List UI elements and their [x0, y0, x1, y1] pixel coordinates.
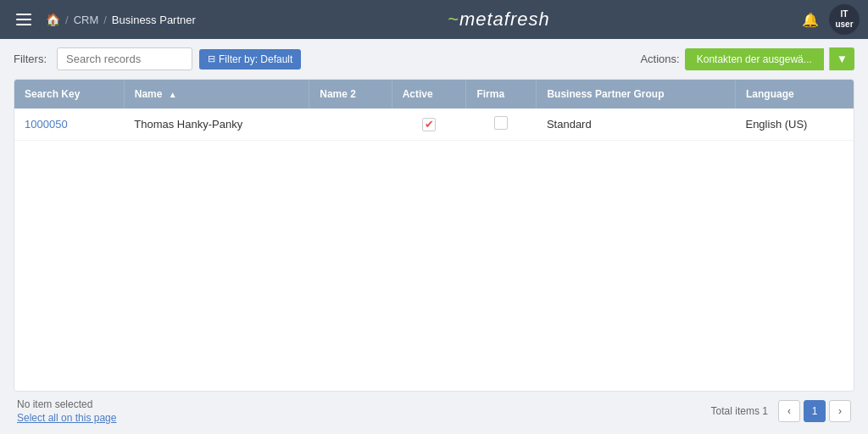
breadcrumb-sep-1: /	[65, 14, 69, 26]
active-checkbox[interactable]: ✔	[422, 118, 436, 131]
total-items-label: Total items 1	[711, 405, 768, 417]
col-active[interactable]: Active	[392, 80, 466, 108]
notifications-icon[interactable]: 🔔	[802, 12, 819, 28]
col-search-key[interactable]: Search Key	[14, 80, 124, 108]
page-1-button[interactable]: 1	[804, 400, 826, 422]
col-firma[interactable]: Firma	[466, 80, 537, 108]
table-container: Search Key Name ▲ Name 2 Active Firma	[14, 79, 854, 392]
navbar-right: 🔔 ITuser	[802, 4, 860, 35]
breadcrumb-current: Business Partner	[112, 14, 196, 26]
col-bp-group[interactable]: Business Partner Group	[537, 80, 736, 108]
menu-button[interactable]	[8, 4, 39, 35]
records-table: Search Key Name ▲ Name 2 Active Firma	[14, 80, 854, 141]
search-input[interactable]	[57, 47, 192, 70]
filters-bar: Filters: ⊟ Filter by: Default Actions: K…	[14, 47, 854, 70]
filter-icon: ⊟	[208, 53, 215, 64]
firma-checkbox[interactable]	[494, 116, 508, 130]
app-logo: ~metafresh	[448, 8, 550, 31]
footer-bar: No item selected Select all on this page…	[14, 392, 854, 426]
content-wrapper: Filters: ⊟ Filter by: Default Actions: K…	[0, 39, 868, 434]
chevron-down-icon: ▼	[837, 53, 848, 65]
col-name2[interactable]: Name 2	[309, 80, 392, 108]
logo-area: ~metafresh	[196, 8, 802, 31]
search-key-link[interactable]: 1000050	[25, 118, 68, 131]
no-item-selected-label: No item selected	[17, 398, 92, 410]
select-all-link[interactable]: Select all on this page	[17, 412, 116, 424]
cell-search-key: 1000050	[14, 108, 124, 141]
actions-label: Actions:	[640, 53, 679, 65]
sort-arrow-name: ▲	[169, 90, 177, 99]
filters-label: Filters:	[14, 53, 47, 65]
table-header-row: Search Key Name ▲ Name 2 Active Firma	[14, 80, 854, 108]
breadcrumb-sep-2: /	[103, 14, 107, 26]
actions-dropdown-button[interactable]: ▼	[829, 47, 854, 70]
col-language[interactable]: Language	[735, 80, 854, 108]
cell-firma	[466, 108, 537, 141]
navbar: 🏠 / CRM / Business Partner ~metafresh 🔔 …	[0, 0, 868, 39]
cell-language: English (US)	[735, 108, 854, 141]
pagination: Total items 1 ‹ 1 ›	[711, 400, 851, 422]
user-avatar[interactable]: ITuser	[829, 4, 860, 35]
actions-main-button[interactable]: Kontakten der ausgewä...	[685, 48, 824, 70]
footer-left: No item selected Select all on this page	[17, 398, 116, 424]
breadcrumb: 🏠 / CRM / Business Partner	[46, 13, 196, 26]
filter-by-default-button[interactable]: ⊟ Filter by: Default	[199, 49, 301, 70]
cell-name2	[309, 108, 392, 141]
breadcrumb-crm[interactable]: CRM	[74, 14, 99, 26]
table-row: 1000050Thomas Hanky-Panky✔StandardEnglis…	[14, 108, 854, 141]
col-name[interactable]: Name ▲	[124, 80, 309, 108]
actions-section: Actions: Kontakten der ausgewä... ▼	[640, 47, 854, 70]
cell-bp-group: Standard	[537, 108, 736, 141]
cell-active: ✔	[392, 108, 466, 141]
prev-page-button[interactable]: ‹	[778, 400, 800, 422]
cell-name: Thomas Hanky-Panky	[124, 108, 309, 141]
home-icon[interactable]: 🏠	[46, 13, 60, 26]
next-page-button[interactable]: ›	[829, 400, 851, 422]
